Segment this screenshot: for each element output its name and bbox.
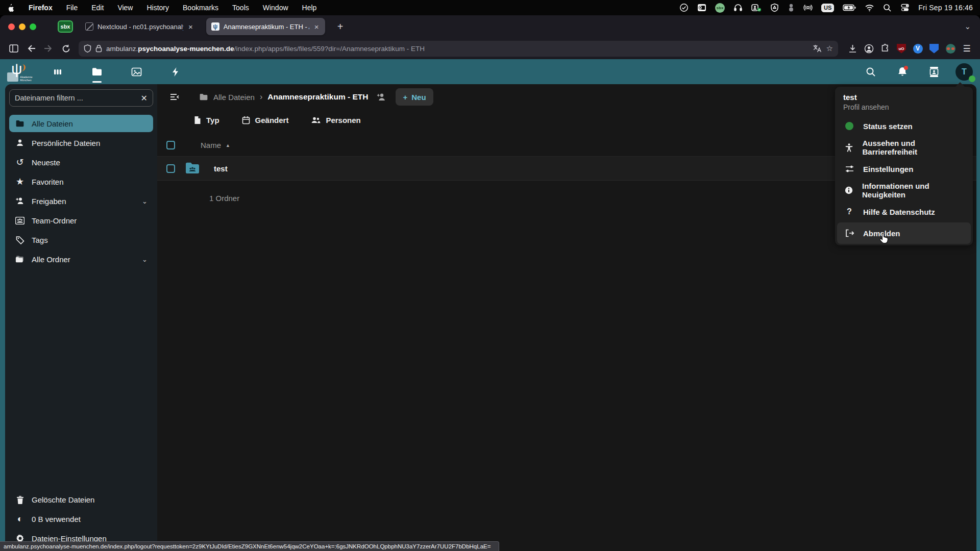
sidebar-item-alle-ordner[interactable]: Alle Ordner ⌄ <box>9 251 153 268</box>
menubar-item-window[interactable]: Window <box>263 4 288 12</box>
menubar-item-history[interactable]: History <box>146 4 169 12</box>
sidebar-toggle-icon[interactable] <box>6 41 21 56</box>
list-all-tabs-icon[interactable]: ⌄ <box>964 22 971 31</box>
sidebar-item-tags[interactable]: Tags <box>9 231 153 248</box>
menubar-item-file[interactable]: File <box>66 4 78 12</box>
translate-icon[interactable] <box>813 44 822 53</box>
menu-item-einstellungen[interactable]: Einstellungen <box>837 158 971 180</box>
accounts-icon[interactable] <box>788 3 795 12</box>
sidebar-item-quota[interactable]: ◐ 0 B verwendet <box>9 510 153 528</box>
menu-item-hilfe[interactable]: ? Hilfe & Datenschutz <box>837 201 971 222</box>
check-circle-icon[interactable] <box>679 3 689 12</box>
airdrop-icon[interactable] <box>803 3 813 12</box>
menu-item-abmelden[interactable]: Abmelden <box>837 222 971 244</box>
apple-menu-icon[interactable] <box>7 3 15 12</box>
menubar-item-view[interactable]: View <box>117 4 133 12</box>
menu-item-status-setzen[interactable]: Status setzen <box>837 115 971 137</box>
filter-chip-geaendert[interactable]: Geändert <box>242 116 289 124</box>
file-name[interactable]: test <box>214 164 228 173</box>
tab1-close-icon[interactable]: × <box>187 22 194 31</box>
lock-icon[interactable] <box>95 44 102 53</box>
spotlight-icon[interactable] <box>883 3 892 12</box>
tab-nextcloud[interactable]: Nextcloud - nc01.psychoanalyse × <box>80 18 199 35</box>
collapse-sidebar-icon[interactable] <box>165 88 184 106</box>
sidebar-item-alle-dateien[interactable]: Alle Dateien <box>9 115 153 132</box>
clear-filter-icon[interactable]: ✕ <box>141 93 148 103</box>
keyboard-layout-indicator[interactable]: US <box>821 4 834 12</box>
filter-chip-personen[interactable]: Personen <box>311 116 360 124</box>
sidebar-item-label: 0 B verwendet <box>32 515 81 523</box>
user-menu-header[interactable]: test Profil ansehen <box>835 87 973 115</box>
minimize-window-button[interactable] <box>19 23 26 30</box>
sidebar-item-geloeschte-dateien[interactable]: Gelöschte Dateien <box>9 491 153 508</box>
headset-icon[interactable] <box>733 3 743 12</box>
wifi-icon[interactable] <box>865 3 874 12</box>
breadcrumb-root[interactable]: Alle Dateien <box>199 93 255 102</box>
control-center-icon[interactable] <box>900 3 910 12</box>
app-activity-icon[interactable] <box>163 59 188 84</box>
new-button[interactable]: + Neu <box>396 88 433 106</box>
menubar-clock[interactable]: Fri Sep 19 16:46 <box>918 4 973 12</box>
zoom-window-button[interactable] <box>30 23 36 30</box>
files-sidebar: ✕ Alle Dateien <box>5 84 157 551</box>
nextcloud-logo[interactable]: ψ Akademie München <box>7 61 30 83</box>
sidebar-item-persoenliche-dateien[interactable]: Persönliche Dateien <box>9 134 153 152</box>
menubar-item-firefox[interactable]: Firefox <box>29 4 53 12</box>
app-menu-icon[interactable]: ☰ <box>960 41 974 56</box>
url-text[interactable]: ambulanz.psychoanalyse-muenchen.de/index… <box>106 45 808 53</box>
share-folder-icon[interactable] <box>376 93 386 102</box>
url-bar[interactable]: ambulanz.psychoanalyse-muenchen.de/index… <box>79 41 838 57</box>
tab2-close-icon[interactable]: × <box>313 22 320 31</box>
teams-icon[interactable] <box>751 3 762 12</box>
menu-item-aussehen[interactable]: Aussehen und Barrierefreiheit <box>837 137 971 158</box>
chevron-down-icon[interactable]: ⌄ <box>142 197 148 205</box>
vimium-icon[interactable]: V <box>911 41 925 56</box>
breadcrumb-current[interactable]: Anamnesepraktikum - ETH <box>267 92 368 102</box>
sidebar-item-freigaben[interactable]: Freigaben ⌄ <box>9 192 153 210</box>
sidebar-item-neueste[interactable]: ↺ Neueste <box>9 154 153 171</box>
row-checkbox[interactable] <box>166 164 175 173</box>
tab-anamnesepraktikum[interactable]: ψ Anamnesepraktikum - ETH - Alle × <box>206 18 325 35</box>
account-icon[interactable] <box>862 41 876 56</box>
forward-button[interactable] <box>41 41 56 56</box>
back-button[interactable] <box>23 41 39 56</box>
avatar-button[interactable]: T <box>955 63 973 81</box>
logo-swoosh <box>20 64 26 71</box>
sidebar-item-favoriten[interactable]: ★ Favoriten <box>9 173 153 190</box>
column-header-name[interactable]: Name ▲ <box>201 141 230 149</box>
menubar-item-edit[interactable]: Edit <box>91 4 104 12</box>
downloads-icon[interactable] <box>845 41 860 56</box>
filename-filter-input[interactable] <box>15 94 137 102</box>
reload-button[interactable] <box>58 41 74 56</box>
filter-chip-typ[interactable]: Typ <box>194 116 219 124</box>
contacts-icon[interactable] <box>924 62 944 82</box>
select-all-checkbox[interactable] <box>166 141 175 149</box>
filename-filter-box[interactable]: ✕ <box>9 89 153 107</box>
notifications-bell-icon[interactable] <box>892 62 913 82</box>
sidebar-item-team-ordner[interactable]: Team-Ordner <box>9 212 153 229</box>
extensions-puzzle-icon[interactable] <box>878 41 892 56</box>
bitwarden-icon[interactable] <box>927 41 941 56</box>
shared-folder-icon[interactable] <box>184 162 201 175</box>
shield-icon[interactable] <box>770 3 779 12</box>
outlook-icon[interactable] <box>697 3 706 12</box>
bookmark-star-icon[interactable]: ☆ <box>826 44 833 53</box>
new-tab-button[interactable]: + <box>333 19 348 34</box>
battery-icon[interactable] <box>843 3 856 12</box>
view-profile-link[interactable]: Profil ansehen <box>843 103 965 111</box>
monkey-face-icon[interactable] <box>943 41 958 56</box>
menubar-item-help[interactable]: Help <box>302 4 317 12</box>
ublock-icon[interactable]: uO <box>894 41 909 56</box>
tracking-shield-icon[interactable] <box>84 44 91 53</box>
menu-item-informationen[interactable]: Informationen und Neuigkeiten <box>837 180 971 201</box>
app-dashboard-icon[interactable] <box>45 59 70 84</box>
app-files-icon[interactable] <box>84 59 110 84</box>
menubar-item-bookmarks[interactable]: Bookmarks <box>183 4 218 12</box>
app-photos-icon[interactable] <box>124 59 149 84</box>
chevron-down-icon[interactable]: ⌄ <box>142 256 148 263</box>
container-badge[interactable]: sbx <box>58 20 73 33</box>
menubar-item-tools[interactable]: Tools <box>232 4 249 12</box>
sbx-status-icon[interactable]: sbx <box>715 3 725 13</box>
unified-search-icon[interactable] <box>861 62 881 82</box>
close-window-button[interactable] <box>8 23 15 30</box>
